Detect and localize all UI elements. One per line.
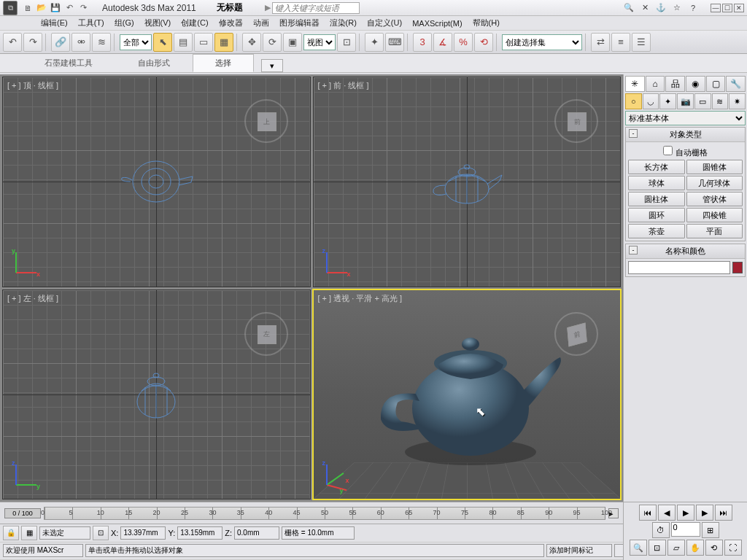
tool2-icon[interactable]: ⚓ bbox=[655, 2, 667, 14]
viewport-left[interactable]: [ + ] 左 · 线框 ] 左 yz bbox=[2, 289, 311, 500]
current-frame[interactable]: 0 bbox=[671, 522, 700, 537]
close-button[interactable]: ✕ bbox=[734, 4, 744, 12]
open-icon[interactable]: 📂 bbox=[36, 2, 47, 14]
prev-frame-button[interactable]: ◀ bbox=[658, 505, 676, 521]
z-coord[interactable]: 0.0mm bbox=[234, 526, 279, 540]
favorite-icon[interactable]: ☆ bbox=[671, 2, 683, 14]
goto-end-button[interactable]: ⏭ bbox=[715, 505, 732, 521]
modify-tab[interactable]: ⌂ bbox=[646, 76, 665, 92]
tube-button[interactable]: 管状体 bbox=[686, 192, 743, 206]
cone-button[interactable]: 圆锥体 bbox=[686, 160, 743, 174]
menu-help[interactable]: 帮助(H) bbox=[468, 16, 504, 30]
help-icon[interactable]: ? bbox=[687, 2, 699, 14]
select-name-button[interactable]: ▤ bbox=[174, 33, 193, 52]
torus-button[interactable]: 圆环 bbox=[628, 208, 685, 222]
teapot-button[interactable]: 茶壶 bbox=[628, 224, 685, 238]
cameras-subtab[interactable]: 📷 bbox=[677, 93, 694, 109]
orbit-button[interactable]: ⟲ bbox=[705, 540, 723, 556]
link-button[interactable]: 🔗 bbox=[51, 33, 70, 52]
minimize-button[interactable]: — bbox=[711, 4, 721, 12]
add-time-tag[interactable]: 添加时间标记 bbox=[546, 544, 612, 557]
app-icon[interactable]: ⧉ bbox=[3, 1, 18, 15]
rollout-toggle[interactable]: - bbox=[629, 129, 638, 138]
binoculars-icon[interactable]: 🔍 bbox=[623, 2, 635, 14]
viewport-front[interactable]: [ + ] 前 · 线框 ] 前 xz bbox=[313, 77, 622, 287]
viewport-left-label[interactable]: [ + ] 左 · 线框 ] bbox=[7, 293, 58, 304]
keymode-button[interactable]: ⌨ bbox=[385, 33, 404, 52]
new-icon[interactable]: 🗎 bbox=[22, 2, 34, 14]
object-name-input[interactable] bbox=[628, 261, 730, 274]
pivot-button[interactable]: ⊡ bbox=[337, 33, 356, 52]
box-button[interactable]: 长方体 bbox=[628, 160, 685, 174]
select-rect-button[interactable]: ▭ bbox=[194, 33, 213, 52]
window-crossing-button[interactable]: ▦ bbox=[214, 33, 233, 52]
motion-tab[interactable]: ◉ bbox=[686, 76, 705, 92]
tool1-icon[interactable]: ✕ bbox=[639, 2, 651, 14]
layers-button[interactable]: ☰ bbox=[632, 33, 651, 52]
viewport-perspective[interactable]: [ + ] 透视 · 平滑 + 高光 ] 前 ⬉ xyz bbox=[313, 289, 622, 500]
geometry-subtab[interactable]: ○ bbox=[625, 93, 642, 109]
tab-selection[interactable]: 选择 bbox=[193, 54, 254, 72]
time-config-button[interactable]: ⏱ bbox=[652, 522, 670, 538]
redo-button[interactable]: ↷ bbox=[23, 33, 42, 52]
rotate-button[interactable]: ⟳ bbox=[263, 33, 282, 52]
next-frame-button[interactable]: ▶ bbox=[696, 505, 713, 521]
zoom-button[interactable]: 🔍 bbox=[630, 540, 647, 556]
viewport-top[interactable]: [ + ] 顶 · 线框 ] 上 xy bbox=[2, 77, 311, 287]
color-swatch[interactable] bbox=[732, 262, 743, 273]
menu-tools[interactable]: 工具(T) bbox=[74, 16, 109, 30]
cylinder-button[interactable]: 圆柱体 bbox=[628, 192, 685, 206]
script-button[interactable]: ▦ bbox=[21, 526, 37, 540]
menu-custom[interactable]: 自定义(U) bbox=[363, 16, 406, 30]
menu-maxscript[interactable]: MAXScript(M) bbox=[408, 18, 466, 29]
category-dropdown[interactable]: 标准基本体 bbox=[625, 111, 746, 125]
play-button[interactable]: ▶ bbox=[677, 505, 694, 521]
systems-subtab[interactable]: ✷ bbox=[729, 93, 746, 109]
undo-quick-icon[interactable]: ↶ bbox=[63, 2, 75, 14]
menu-create[interactable]: 创建(C) bbox=[177, 16, 212, 30]
bind-button[interactable]: ≋ bbox=[92, 33, 111, 52]
percent-snap-button[interactable]: % bbox=[454, 33, 473, 52]
lights-subtab[interactable]: ✦ bbox=[659, 93, 676, 109]
y-coord[interactable]: 13.159mm bbox=[177, 526, 222, 540]
scale-button[interactable]: ▣ bbox=[283, 33, 302, 52]
redo-quick-icon[interactable]: ↷ bbox=[77, 2, 89, 14]
select-button[interactable]: ⬉ bbox=[153, 33, 172, 52]
menu-render[interactable]: 渲染(R) bbox=[325, 16, 361, 30]
unlink-button[interactable]: ⚮ bbox=[71, 33, 90, 52]
ribbon-dropdown[interactable]: ▾ bbox=[261, 59, 283, 72]
save-icon[interactable]: 💾 bbox=[50, 2, 61, 14]
viewport-top-label[interactable]: [ + ] 顶 · 线框 ] bbox=[7, 80, 58, 91]
autogrid-checkbox[interactable] bbox=[663, 146, 673, 155]
lock-button[interactable]: 🔒 bbox=[3, 526, 19, 540]
geosphere-button[interactable]: 几何球体 bbox=[686, 176, 743, 190]
pyramid-button[interactable]: 四棱锥 bbox=[686, 208, 743, 222]
viewport-front-label[interactable]: [ + ] 前 · 线框 ] bbox=[318, 80, 369, 91]
hierarchy-tab[interactable]: 品 bbox=[665, 76, 685, 92]
viewcube-top[interactable]: 上 bbox=[244, 99, 288, 143]
frame-slider[interactable]: 0 / 100 bbox=[4, 508, 41, 518]
named-sets[interactable]: 创建选择集 bbox=[502, 34, 582, 50]
goto-start-button[interactable]: ⏮ bbox=[639, 505, 657, 521]
selection-filter[interactable]: 全部 bbox=[120, 34, 152, 50]
menu-group[interactable]: 组(G) bbox=[110, 16, 139, 30]
snap-button[interactable]: 3 bbox=[413, 33, 432, 52]
undo-button[interactable]: ↶ bbox=[3, 33, 22, 52]
move-button[interactable]: ✥ bbox=[242, 33, 261, 52]
zoom-all-button[interactable]: ⊡ bbox=[649, 540, 666, 556]
viewcube-left[interactable]: 左 bbox=[244, 312, 288, 356]
search-input[interactable] bbox=[272, 2, 360, 14]
menu-modify[interactable]: 修改器 bbox=[214, 16, 247, 30]
tab-graphite[interactable]: 石墨建模工具 bbox=[22, 54, 115, 72]
create-tab[interactable]: ✳ bbox=[625, 76, 645, 92]
timeline-track[interactable]: 0510152025303540455055606570758085909510… bbox=[44, 507, 605, 520]
helpers-subtab[interactable]: ▭ bbox=[694, 93, 711, 109]
manip-button[interactable]: ✦ bbox=[365, 33, 384, 52]
shapes-subtab[interactable]: ◡ bbox=[643, 93, 659, 109]
spacewarps-subtab[interactable]: ≋ bbox=[712, 93, 729, 109]
key-mode-button[interactable]: ⊞ bbox=[702, 522, 719, 538]
fov-button[interactable]: ▱ bbox=[667, 540, 685, 556]
menu-anim[interactable]: 动画 bbox=[249, 16, 274, 30]
menu-edit[interactable]: 编辑(E) bbox=[36, 16, 72, 30]
tab-freeform[interactable]: 自由形式 bbox=[115, 54, 193, 72]
